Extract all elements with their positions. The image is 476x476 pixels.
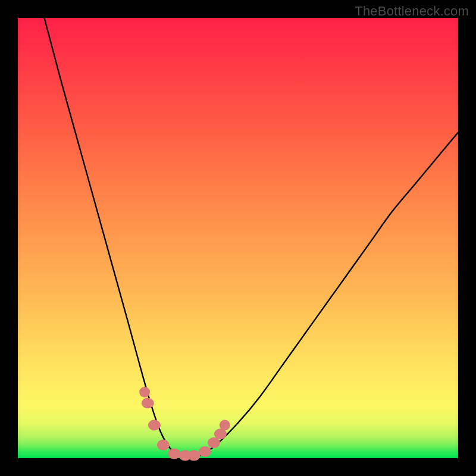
curve-markers (139, 387, 230, 461)
curve-marker (208, 437, 220, 448)
curve-marker (220, 420, 230, 431)
curve-marker (188, 450, 201, 461)
curve-marker (148, 420, 161, 431)
curve-marker (142, 398, 154, 409)
chart-frame: TheBottleneck.com (0, 0, 476, 476)
watermark-text: TheBottleneck.com (355, 4, 469, 19)
bottleneck-curve (44, 18, 458, 459)
curve-marker (199, 446, 211, 457)
chart-svg (18, 18, 458, 458)
curve-marker (157, 440, 170, 450)
curve-marker (168, 449, 180, 459)
curve-marker (139, 387, 150, 397)
